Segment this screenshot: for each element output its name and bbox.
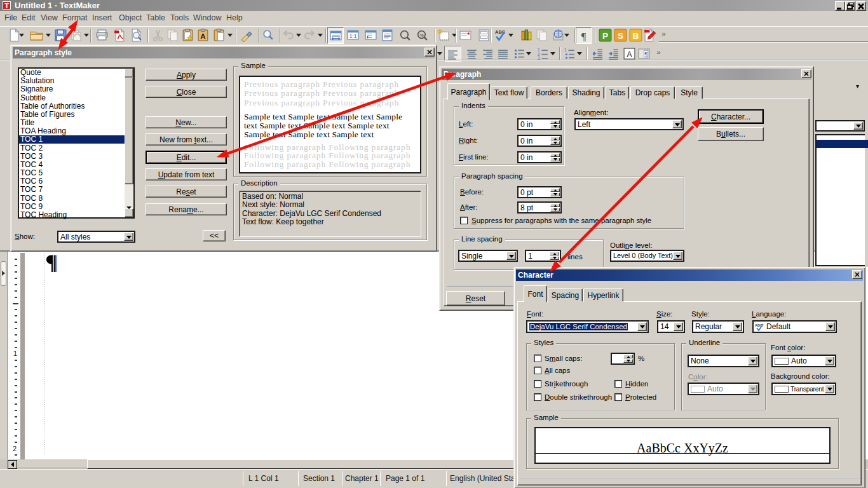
svg-text:»: » (656, 48, 660, 56)
svg-text:P: P (602, 31, 608, 41)
svg-text:»: » (661, 30, 665, 37)
svg-text:A: A (627, 50, 632, 59)
svg-text:A: A (200, 32, 206, 40)
svg-text:S: S (618, 31, 623, 41)
svg-text:%: % (419, 32, 424, 38)
svg-text:B: B (633, 31, 639, 41)
svg-text:¶: ¶ (581, 30, 587, 43)
svg-text:¶: ¶ (645, 51, 648, 58)
svg-text:1: 1 (564, 48, 567, 52)
svg-text:1:1: 1:1 (349, 33, 357, 39)
